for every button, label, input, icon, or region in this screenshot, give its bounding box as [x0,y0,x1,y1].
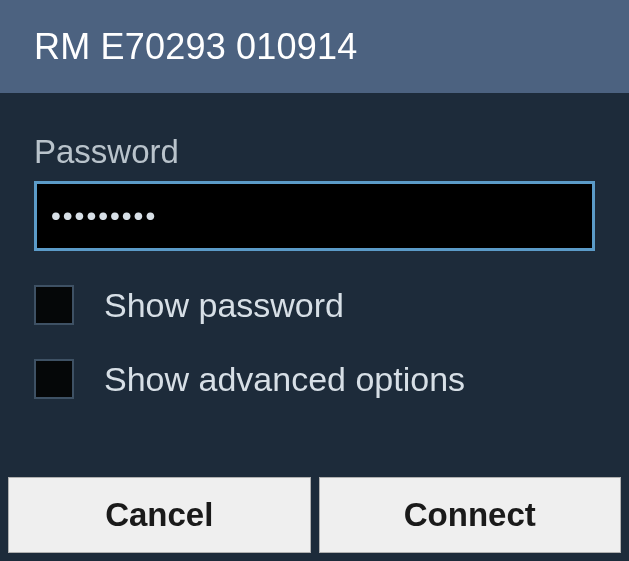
title-bar: RM E70293 010914 [0,0,629,93]
show-password-label: Show password [104,286,344,325]
show-advanced-label: Show advanced options [104,360,465,399]
password-input-wrap[interactable] [34,181,595,251]
cancel-button-label: Cancel [105,496,213,534]
dialog-body: Password Show password Show advanced opt… [0,93,629,469]
show-password-checkbox[interactable] [34,285,74,325]
show-advanced-row[interactable]: Show advanced options [34,359,595,399]
password-label: Password [34,133,595,171]
show-advanced-checkbox[interactable] [34,359,74,399]
connect-button-label: Connect [404,496,536,534]
show-password-row[interactable]: Show password [34,285,595,325]
connect-button[interactable]: Connect [319,477,622,553]
dialog-title: RM E70293 010914 [34,26,357,68]
dialog-footer: Cancel Connect [0,469,629,561]
password-input[interactable] [49,199,580,233]
cancel-button[interactable]: Cancel [8,477,311,553]
wifi-connect-dialog: RM E70293 010914 Password Show password … [0,0,629,561]
